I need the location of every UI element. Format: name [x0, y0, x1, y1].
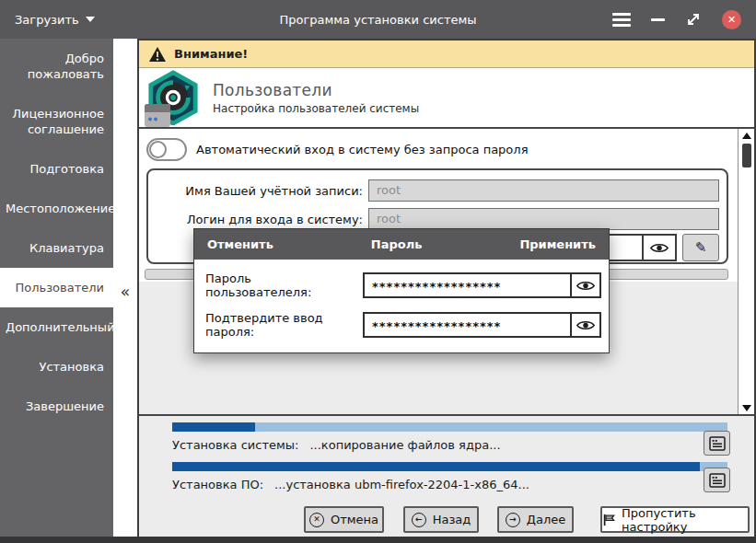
account-name-label: Имя Вашей учётной записи:: [156, 184, 363, 198]
back-button[interactable]: ← Назад: [403, 506, 479, 533]
sidebar-gutter: «: [113, 39, 137, 537]
scrollbar-thumb[interactable]: [742, 144, 751, 168]
window-bottom-edge: [0, 537, 756, 543]
show-new-password-button[interactable]: [570, 274, 599, 296]
eye-icon: [576, 280, 596, 292]
sidebar-item-completion[interactable]: Завершение: [0, 387, 113, 426]
collapse-sidebar-button[interactable]: «: [113, 283, 137, 301]
eye-icon: [576, 319, 596, 331]
skip-setup-button[interactable]: Пропустить настройку: [600, 506, 750, 533]
skip-button-label: Пропустить настройку: [622, 506, 748, 534]
sidebar-item-users[interactable]: Пользователи: [0, 268, 113, 307]
system-progress-status: ...копирование файлов ядра...: [309, 438, 500, 452]
confirm-password-value: ******************: [365, 314, 570, 336]
close-icon[interactable]: ✕: [722, 10, 741, 29]
triangle-down-icon: [742, 405, 751, 411]
window-badge-icon: [145, 104, 170, 127]
account-name-row: Имя Вашей учётной записи: root: [156, 179, 719, 202]
vertical-scrollbar[interactable]: [738, 129, 754, 414]
sidebar-item-installation[interactable]: Установка: [0, 347, 113, 387]
password-dialog: Отменить Пароль Применить Пароль пользов…: [193, 228, 610, 353]
system-progressbar: [172, 422, 727, 432]
autologin-toggle[interactable]: [146, 138, 187, 161]
chevron-down-icon: [86, 17, 95, 22]
new-password-field[interactable]: ******************: [363, 272, 601, 298]
minimize-icon[interactable]: [651, 18, 665, 21]
confirm-password-row: Подтвердите ввод пароля: ***************…: [205, 311, 601, 339]
installer-window: Загрузить Программа установки системы ✕ …: [0, 0, 756, 543]
log-icon: [709, 436, 726, 451]
page-header-text: Пользователи Настройка пользователей сис…: [213, 81, 419, 115]
login-label: Логин для входа в систему:: [156, 213, 363, 226]
warning-text: Внимание!: [174, 47, 248, 61]
back-arrow-icon: ←: [412, 513, 426, 527]
warning-banner: Внимание!: [139, 40, 754, 68]
confirm-password-field[interactable]: ******************: [363, 312, 601, 338]
system-progress-label: Установка системы:...копирование файлов …: [172, 438, 727, 454]
autologin-row: Автоматический вход в систему без запрос…: [139, 129, 738, 162]
login-field[interactable]: root: [368, 208, 719, 230]
password-dialog-body: Пароль пользователеля: *****************…: [194, 260, 609, 352]
maximize-icon[interactable]: [685, 11, 702, 28]
software-log-button[interactable]: [704, 468, 730, 492]
system-log-button[interactable]: [704, 431, 730, 456]
flag-icon: [602, 513, 615, 527]
system-progress-title: Установка системы:: [172, 438, 298, 452]
next-arrow-icon: →: [506, 513, 520, 527]
main-panel: Внимание! Поль: [137, 39, 756, 537]
software-progress-title: Установка ПО:: [172, 478, 263, 491]
next-button-label: Далее: [527, 513, 565, 526]
autologin-label: Автоматический вход в систему без запрос…: [196, 143, 528, 156]
users-logo: [146, 70, 204, 125]
load-dropdown-label: Загрузить: [15, 13, 79, 27]
show-confirm-password-button[interactable]: [570, 314, 599, 336]
close-glyph: ✕: [727, 14, 736, 26]
sidebar-item-additional[interactable]: Дополнительный: [0, 307, 113, 347]
modal-apply-button[interactable]: Применить: [519, 237, 596, 251]
cancel-button[interactable]: ✕ Отмена: [304, 506, 384, 533]
new-password-label: Пароль пользователеля:: [205, 272, 355, 299]
scroll-up-button[interactable]: [739, 129, 754, 142]
page-subtitle: Настройка пользователей системы: [213, 102, 419, 115]
software-progress-label: Установка ПО:...установка ubm-firefox-22…: [172, 478, 727, 493]
page-title: Пользователи: [213, 81, 419, 99]
login-row: Логин для входа в систему: root: [156, 208, 719, 230]
show-password-button[interactable]: [642, 236, 675, 260]
password-dialog-header: Отменить Пароль Применить: [194, 229, 609, 260]
scroll-down-button[interactable]: [739, 401, 754, 414]
software-progress-status: ...установка ubm-firefox-2204-1-x86_64..…: [274, 478, 529, 491]
steps-sidebar: Добро пожаловать Лицензионное соглашение…: [0, 39, 113, 537]
new-password-value: ******************: [365, 274, 570, 296]
warning-icon: [148, 46, 167, 63]
account-name-field[interactable]: root: [368, 179, 719, 202]
titlebar: Загрузить Программа установки системы ✕: [0, 0, 756, 39]
modal-title: Пароль: [371, 237, 423, 251]
confirm-password-label: Подтвердите ввод пароля:: [205, 311, 355, 339]
triangle-up-icon: [742, 133, 751, 139]
next-button[interactable]: → Далее: [497, 506, 574, 533]
new-password-row: Пароль пользователеля: *****************…: [205, 272, 601, 299]
back-button-label: Назад: [433, 513, 471, 526]
log-icon: [709, 473, 726, 488]
cancel-button-label: Отмена: [331, 513, 378, 526]
eye-icon: [649, 242, 669, 254]
sidebar-item-license[interactable]: Лицензионное соглашение: [0, 94, 113, 149]
modal-cancel-button[interactable]: Отменить: [207, 237, 273, 251]
software-progressbar: [172, 462, 727, 471]
window-controls: ✕: [612, 10, 741, 29]
menu-icon[interactable]: [612, 13, 631, 27]
sidebar-item-welcome[interactable]: Добро пожаловать: [0, 39, 113, 94]
edit-password-button[interactable]: ✎: [682, 234, 719, 261]
load-dropdown[interactable]: Загрузить: [15, 13, 95, 27]
cancel-circle-icon: ✕: [309, 513, 324, 527]
sidebar-item-preparation[interactable]: Подготовка: [0, 149, 113, 189]
status-panel: Установка системы:...копирование файлов …: [139, 414, 754, 537]
pencil-icon: ✎: [695, 239, 707, 256]
progress-area: Установка системы:...копирование файлов …: [172, 422, 727, 502]
sidebar-item-location[interactable]: Местоположение: [0, 189, 113, 228]
page-header: Пользователи Настройка пользователей сис…: [139, 68, 754, 129]
sidebar-item-keyboard[interactable]: Клавиатура: [0, 228, 113, 268]
